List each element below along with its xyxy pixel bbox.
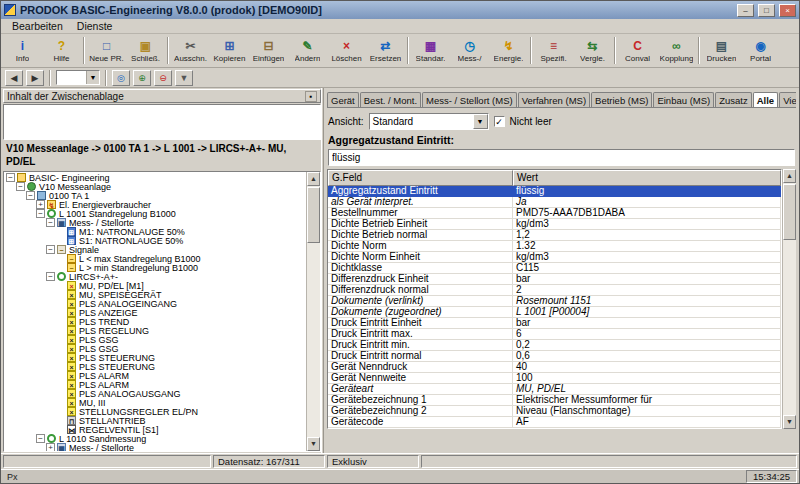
tree-expander[interactable]: − (16, 182, 25, 191)
table-row[interactable]: Gerätebezeichnung 2Niveau (Flanschmontag… (328, 406, 781, 417)
toolbar-button-energie[interactable]: ↯Energie. (489, 35, 528, 66)
table-row[interactable]: Dokumente (zugeordnet)L 1001 [P00004] (328, 307, 781, 318)
toolbar-button-drucken[interactable]: ▤Drucken (702, 35, 741, 66)
table-row[interactable]: Dichte Betrieb normal1,2 (328, 230, 781, 241)
table-row[interactable]: Gerätebezeichnung 1Elektrischer Messumfo… (328, 395, 781, 406)
tree-node[interactable]: +Mess- / Stellorte (4, 443, 306, 451)
toolbar-button-neue-pr[interactable]: □Neue PR. (87, 35, 126, 66)
table-row[interactable]: DichtklasseC115 (328, 263, 781, 274)
tree-expander[interactable]: − (26, 191, 35, 200)
tree-scrollbar[interactable] (306, 172, 320, 451)
search-add-icon[interactable]: ⊕ (133, 70, 151, 86)
tree-node[interactable]: PLS REGELUNG (4, 326, 306, 335)
search-icon[interactable]: ◎ (112, 70, 130, 86)
table-row[interactable]: Druck Eintritt normal0,6 (328, 351, 781, 362)
toolbar-button-kopieren[interactable]: ⊞Kopieren (210, 35, 249, 66)
tree-expander[interactable]: − (46, 272, 55, 281)
tree-scrollbar-track[interactable] (307, 186, 320, 437)
tree-node[interactable]: PLS GSG (4, 335, 306, 344)
close-button[interactable] (779, 4, 796, 17)
toolbar-button-portal[interactable]: ◉Portal (741, 35, 780, 66)
column-header-value[interactable]: Wert (513, 170, 781, 186)
tree-expander[interactable]: − (6, 173, 15, 182)
table-row[interactable]: Dichte Betrieb Einheitkg/dm3 (328, 219, 781, 230)
tree-expander[interactable]: + (36, 200, 45, 209)
table-row[interactable]: Differenzdruck Einheitbar (328, 274, 781, 285)
tree-expander[interactable]: − (36, 434, 45, 443)
tab-view[interactable]: View (779, 92, 796, 107)
tree-node[interactable]: −LIRCS+-A+- (4, 272, 306, 281)
tree-expander[interactable]: − (36, 209, 45, 218)
table-row[interactable]: als Gerät interpret.Ja (328, 197, 781, 208)
tree-expander[interactable]: − (46, 218, 55, 227)
toolbar-button-hilfe[interactable]: ?Hilfe (42, 35, 81, 66)
table-row[interactable]: Dichte Norm1.32 (328, 241, 781, 252)
tree-scrollbar-thumb[interactable] (307, 187, 320, 243)
tab-verfahren-ms[interactable]: Verfahren (MS) (518, 92, 590, 107)
menu-dienste[interactable]: Dienste (70, 20, 120, 32)
back-icon[interactable]: ◀ (5, 70, 23, 86)
table-row[interactable]: Differenzdruck normal2 (328, 285, 781, 296)
tree-expander[interactable]: − (46, 245, 55, 254)
grid-scrollbar-track[interactable] (783, 183, 796, 415)
pin-icon[interactable] (305, 91, 317, 102)
column-header-field[interactable]: G.Feld (328, 170, 513, 186)
toolbar-button-spezifi[interactable]: ≡Spezifi. (534, 35, 573, 66)
table-row[interactable]: Dichte Norm Einheitkg/dm3 (328, 252, 781, 263)
tab-alle[interactable]: Alle (753, 92, 778, 108)
table-row[interactable]: Druck Eintritt Einheitbar (328, 318, 781, 329)
chevron-down-icon[interactable]: ▼ (86, 71, 99, 84)
toolbar-button-ersetzen[interactable]: ⇄Ersetzen (366, 35, 405, 66)
table-row[interactable]: BestellnummerPMD75-AAA7DB1DABA (328, 208, 781, 219)
table-row[interactable]: Aggregatzustand Eintrittflüssig (328, 186, 781, 197)
grid-scrollbar[interactable] (782, 169, 796, 429)
toolbar-button-standar[interactable]: ▦Standar. (411, 35, 450, 66)
tree-node[interactable]: PLS TREND (4, 317, 306, 326)
scroll-down-icon[interactable] (307, 437, 320, 451)
filter-icon[interactable]: ▼ (175, 70, 193, 86)
maximize-button[interactable] (758, 4, 775, 17)
tree-expander[interactable]: + (46, 443, 55, 451)
nicht-leer-checkbox[interactable] (494, 116, 505, 127)
tree-node[interactable]: PLS STEUERUNG (4, 362, 306, 371)
toolbar-button-schließ[interactable]: ▣Schließ. (126, 35, 165, 66)
nav-combo[interactable]: ▼ (56, 70, 100, 85)
scroll-down-icon[interactable] (783, 415, 796, 429)
scroll-up-icon[interactable] (307, 172, 320, 186)
toolbar-button-info[interactable]: iInfo (3, 35, 42, 66)
tree-node[interactable]: REGELVENTIL [S1] (4, 425, 306, 434)
toolbar-button-conval[interactable]: CConval (618, 35, 657, 66)
table-row[interactable]: GerätecodeAF (328, 417, 781, 428)
table-row[interactable]: Druck Eintritt min.0,2 (328, 340, 781, 351)
grid-scrollbar-thumb[interactable] (783, 184, 796, 240)
table-row[interactable]: Dokumente (verlinkt)Rosemount 1151 (328, 296, 781, 307)
tab-gerät[interactable]: Gerät (327, 92, 359, 107)
search-remove-icon[interactable]: ⊖ (154, 70, 172, 86)
tree-node[interactable]: L > min Standregelung B1000 (4, 263, 306, 272)
tab-mess-stellort-ms[interactable]: Mess- / Stellort (MS) (422, 92, 517, 107)
field-value-input[interactable] (328, 149, 795, 166)
tree-node[interactable]: PLS ANZEIGE (4, 308, 306, 317)
tree-node[interactable]: PLS ANALOGAUSGANG (4, 389, 306, 398)
toolbar-button-einfügen[interactable]: ⊟Einfügen (249, 35, 288, 66)
tab-einbau-ms[interactable]: Einbau (MS) (653, 92, 714, 107)
tree-node[interactable]: S1: NATRONLAUGE 50% (4, 236, 306, 245)
toolbar-button-mess[interactable]: ◷Mess-/ (450, 35, 489, 66)
tab-best-mont[interactable]: Best. / Mont. (360, 92, 421, 107)
tree-node[interactable]: STELLUNGSREGLER EL/PN (4, 407, 306, 416)
tab-betrieb-ms[interactable]: Betrieb (MS) (591, 92, 652, 107)
toolbar-button-ausschn[interactable]: ✂Ausschn. (171, 35, 210, 66)
ansicht-combo[interactable]: Standard (369, 113, 489, 130)
menu-bearbeiten[interactable]: Bearbeiten (5, 20, 70, 32)
table-row[interactable]: Druck Eintritt max.6 (328, 329, 781, 340)
tree-node[interactable]: −L 1001 Standregelung B1000 (4, 209, 306, 218)
toolbar-button-löschen[interactable]: ×Löschen (327, 35, 366, 66)
toolbar-button-vergle[interactable]: ⇆Vergle. (573, 35, 612, 66)
minimize-button[interactable] (737, 4, 754, 17)
clipboard-content[interactable] (3, 104, 321, 140)
table-row[interactable]: Gerät Nennweite100 (328, 373, 781, 384)
forward-icon[interactable]: ▶ (26, 70, 44, 86)
chevron-down-icon[interactable] (473, 114, 488, 129)
taskbar-item[interactable]: Px (3, 472, 22, 482)
tree-node[interactable]: −L 1010 Sandmessung (4, 434, 306, 443)
